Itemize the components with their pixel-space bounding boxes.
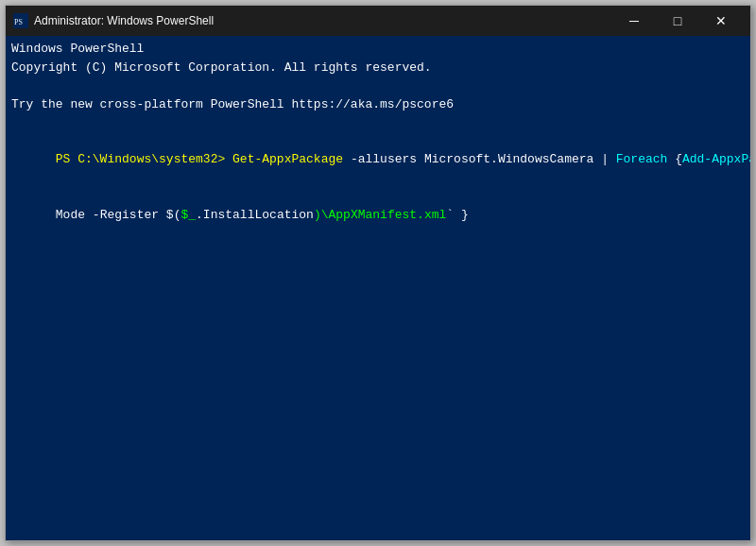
cmd-get-appxpackage: Get-AppxPackage: [232, 152, 343, 166]
svg-text:PS: PS: [14, 18, 23, 26]
window-controls: ─ □ ✕: [612, 6, 743, 36]
terminal-line-empty: [11, 371, 745, 390]
terminal-line: Windows PowerShell: [11, 40, 745, 59]
terminal-line-empty: [11, 243, 745, 262]
continuation-mode: Mode: [56, 208, 85, 222]
terminal-line-empty: [11, 482, 745, 501]
terminal-line-empty: [11, 316, 745, 335]
minimize-button[interactable]: ─: [612, 6, 656, 36]
cmd-packagename: Microsoft.WindowsCamera: [424, 152, 593, 166]
terminal-line-empty: [11, 261, 745, 280]
terminal-line-empty: [11, 408, 745, 427]
window-title: Administrator: Windows PowerShell: [34, 14, 612, 27]
cmd-allusers: -allusers: [343, 152, 424, 166]
terminal-line-empty: [11, 280, 745, 299]
cmd-add-appxpackage: Add-AppxPackage: [682, 152, 750, 166]
prompt-text: PS C:\Windows\system32>: [56, 152, 232, 166]
terminal-line-empty: [11, 427, 745, 446]
cmd-brace-open: {: [667, 152, 682, 166]
continuation-path: )\AppXManifest.xml: [314, 208, 446, 222]
terminal-line-empty: [11, 298, 745, 316]
terminal-line-empty: [11, 537, 745, 541]
powershell-icon: PS: [13, 13, 28, 28]
terminal-continuation-line: Mode -Register $($_.InstallLocation)\App…: [11, 187, 745, 243]
terminal-line-empty: [11, 464, 745, 483]
continuation-register: -Register: [85, 208, 159, 222]
cmd-pipe: |: [593, 152, 615, 166]
terminal-body[interactable]: Windows PowerShell Copyright (C) Microso…: [6, 36, 750, 540]
terminal-line-empty: [11, 390, 745, 409]
maximize-button[interactable]: □: [656, 6, 699, 36]
terminal-command-line: PS C:\Windows\system32> Get-AppxPackage …: [11, 132, 745, 188]
terminal-line-empty: [11, 113, 745, 132]
continuation-paren-open: $(: [159, 208, 180, 222]
terminal-line-empty: [11, 77, 745, 95]
terminal-line-empty: [11, 353, 745, 372]
terminal-line: Copyright (C) Microsoft Corporation. All…: [11, 59, 745, 77]
continuation-end: ` }: [446, 208, 468, 222]
close-button[interactable]: ✕: [699, 6, 743, 36]
terminal-line-empty: [11, 445, 745, 464]
continuation-prop: .InstallLocation: [196, 208, 314, 222]
terminal-line-empty: [11, 334, 745, 353]
terminal-line-empty: [11, 519, 745, 537]
terminal-line-empty: [11, 501, 745, 520]
cmd-foreach: Foreach: [616, 152, 668, 166]
title-bar: PS Administrator: Windows PowerShell ─ □…: [6, 6, 750, 36]
continuation-varname: $_: [180, 208, 196, 222]
powershell-window: PS Administrator: Windows PowerShell ─ □…: [5, 5, 751, 541]
terminal-line: Try the new cross-platform PowerShell ht…: [11, 95, 745, 114]
